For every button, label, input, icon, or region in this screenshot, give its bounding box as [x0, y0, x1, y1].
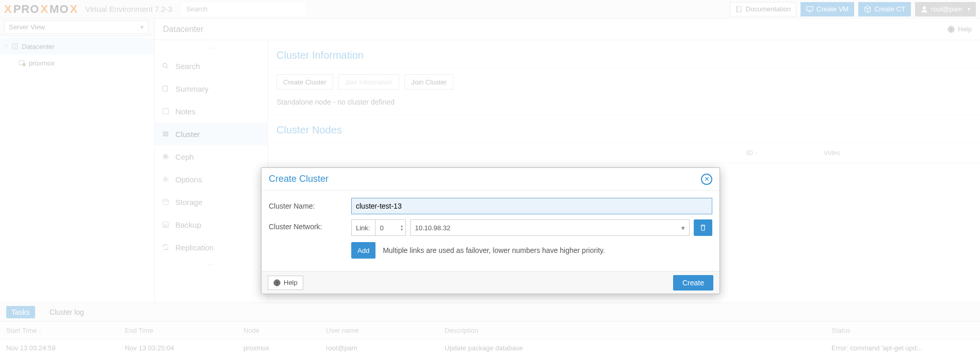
chevron-down-icon: ▾ [681, 224, 685, 232]
cluster-network-label: Cluster Network: [269, 219, 351, 231]
dialog-title: Create Cluster [269, 174, 329, 184]
dialog-help-button[interactable]: ? Help [268, 276, 303, 290]
create-cluster-dialog: Create Cluster ✕ Cluster Name: Cluster N… [261, 167, 720, 294]
failover-hint: Multiple links are used as failover, low… [383, 246, 605, 254]
link-label: Link: [351, 219, 375, 236]
dialog-create-button[interactable]: Create [673, 275, 713, 291]
cluster-name-input[interactable] [351, 198, 712, 214]
link-ip-combo[interactable]: 10.10.98.32 ▾ [410, 219, 690, 236]
add-link-button[interactable]: Add [351, 242, 375, 259]
dialog-close-button[interactable]: ✕ [701, 174, 712, 185]
link-number-spinner[interactable]: 0 ▲▼ [375, 219, 406, 236]
help-icon: ? [273, 279, 281, 286]
close-icon: ✕ [704, 175, 710, 183]
svg-text:?: ? [276, 280, 279, 285]
trash-icon [699, 224, 707, 231]
spinner-arrows-icon: ▲▼ [400, 224, 404, 231]
cluster-name-label: Cluster Name: [269, 202, 351, 210]
remove-link-button[interactable] [694, 219, 712, 236]
